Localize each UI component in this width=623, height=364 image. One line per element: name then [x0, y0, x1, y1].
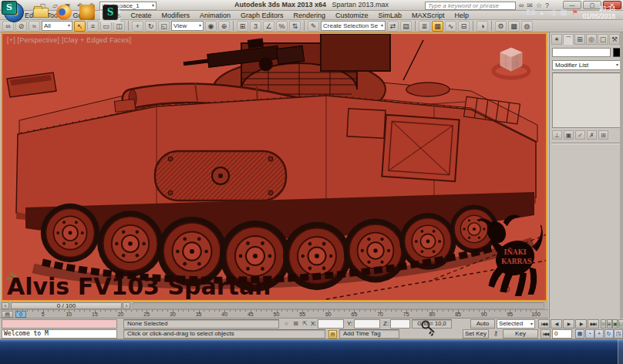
snap-toggle-3d-icon[interactable]: 3 — [250, 21, 261, 32]
zoom-all-icon[interactable]: ⊞ — [607, 319, 612, 329]
field-of-view-icon[interactable]: ◔ — [585, 329, 594, 339]
zoom-extents-icon[interactable]: ▣ — [612, 319, 618, 329]
keyboard-override-icon[interactable]: ⊞ — [237, 21, 248, 32]
tab-utilities[interactable]: ⚒ — [609, 34, 620, 45]
make-unique-button[interactable]: ✓ — [575, 130, 585, 140]
mirror-icon[interactable]: ⇄ — [387, 21, 399, 32]
taskbar-explorer-button[interactable] — [31, 2, 51, 22]
y-coordinate-field[interactable] — [354, 319, 380, 329]
taskbar-3dsmax-button[interactable]: S — [100, 2, 120, 22]
schematic-view-icon[interactable]: ⊟ — [458, 21, 470, 32]
maxscript-listener-line[interactable]: Welcome to M — [2, 329, 117, 339]
go-to-end-button[interactable]: ▶▶| — [588, 319, 599, 329]
edit-named-selections-icon[interactable]: ✎ — [308, 21, 319, 32]
tab-hierarchy[interactable]: ⊞ — [574, 34, 585, 45]
tab-motion[interactable]: ◎ — [586, 34, 597, 45]
render-setup-icon[interactable]: ⚙ — [495, 21, 507, 32]
select-and-scale-icon[interactable]: ◱ — [158, 21, 170, 32]
panel-scrollbar[interactable] — [620, 32, 623, 318]
previous-frame-button[interactable]: ◀| — [551, 319, 562, 329]
orbit-icon[interactable]: ↻ — [604, 329, 614, 339]
action-center-icon[interactable]: ⚑ — [571, 8, 578, 16]
search-input[interactable] — [425, 2, 516, 10]
zoom-region-icon[interactable]: ▦ — [575, 329, 584, 339]
modifier-stack[interactable] — [552, 72, 621, 128]
x-coordinate-field[interactable] — [318, 319, 344, 329]
tank-model[interactable]: Alvis FV103 Spartan IÑAKI KARRAS © — [2, 34, 547, 301]
taskbar-clock[interactable]: 13:3401/05/2018 — [582, 5, 615, 20]
graphite-ribbon-icon[interactable]: ▦ — [432, 21, 443, 32]
view-cube[interactable] — [490, 40, 532, 82]
time-slider-track[interactable] — [133, 302, 544, 309]
hidden-icons-button[interactable]: ▴ — [540, 8, 544, 16]
use-pivot-center-icon[interactable]: ◉ — [205, 21, 217, 32]
named-selection-dropdown[interactable]: Create Selection Se▾ — [321, 21, 386, 31]
selection-lock-icon[interactable]: ⊠ — [291, 319, 300, 329]
add-time-tag[interactable]: Add Time Tag — [339, 329, 399, 339]
maximize-viewport-toggle-icon[interactable]: ◳ — [614, 329, 623, 339]
layer-manager-icon[interactable]: ≣ — [419, 21, 430, 32]
menu-modifiers[interactable]: Modifiers — [157, 11, 194, 20]
application-menu-button[interactable]: S — [2, 1, 17, 15]
track-bar[interactable]: ▤ 0 510152025303540455055606570758085909… — [0, 310, 548, 318]
tab-create[interactable]: ✶ — [551, 34, 562, 45]
isolate-selection-icon[interactable]: ○ — [282, 319, 291, 329]
next-frame-button[interactable]: |▶ — [575, 319, 587, 329]
select-and-move-icon[interactable]: + — [132, 21, 143, 32]
next-frame-arrow[interactable]: › — [123, 302, 130, 309]
previous-frame-arrow[interactable]: ‹ — [2, 302, 9, 309]
maxscript-mini-listener[interactable] — [2, 319, 117, 329]
show-desktop-button[interactable] — [618, 339, 623, 364]
menu-rendering[interactable]: Rendering — [289, 11, 331, 20]
mini-curve-editor-button[interactable]: ▤ — [2, 311, 13, 318]
volume-icon[interactable]: ◁) — [548, 8, 556, 16]
set-key-button[interactable]: Set Key — [463, 329, 489, 339]
taskbar-app-button[interactable] — [77, 2, 97, 22]
object-name-field[interactable] — [552, 48, 611, 57]
time-slider-handle[interactable]: 0 / 100 — [11, 302, 122, 309]
taskbar-firefox-button[interactable] — [54, 2, 74, 22]
tab-display[interactable]: ▢ — [598, 34, 608, 45]
language-indicator[interactable]: ES — [526, 8, 535, 16]
network-icon[interactable]: ▤ — [561, 8, 567, 16]
go-to-start-button[interactable]: |◀◀ — [538, 319, 550, 329]
select-and-rotate-icon[interactable]: ↻ — [145, 21, 157, 32]
frame-number-field[interactable]: 0 — [552, 329, 572, 339]
zoom-icon[interactable]: ⊙ — [601, 319, 606, 329]
set-key-mode-icon[interactable] — [420, 319, 436, 338]
menu-help[interactable]: Help — [450, 11, 474, 20]
key-selection-dropdown[interactable]: Selected▾ — [497, 319, 535, 329]
remove-modifier-button[interactable]: ✗ — [587, 130, 597, 140]
curve-editor-icon[interactable]: ∿ — [445, 21, 456, 32]
modifier-list-dropdown[interactable]: Modifier List▾ — [552, 60, 621, 70]
pin-stack-button[interactable]: ⊥ — [552, 130, 562, 140]
angle-snap-icon[interactable]: ∠ — [263, 21, 274, 32]
key-filter-icon[interactable]: ⚷ — [491, 329, 500, 339]
search-knowledge-icon[interactable]: ∞ — [519, 2, 524, 9]
percent-snap-icon[interactable]: % — [276, 21, 288, 32]
reference-coordinate-dropdown[interactable]: View▾ — [171, 21, 204, 31]
absolute-mode-icon[interactable]: ⇱ — [301, 319, 309, 329]
menu-create[interactable]: Create — [126, 11, 156, 20]
menu-maxscript[interactable]: MAXScript — [407, 11, 450, 20]
menu-animation[interactable]: Animation — [195, 11, 235, 20]
tab-modify[interactable]: ⌒ — [563, 34, 574, 45]
viewport-label[interactable]: [+] [Perspective] [Clay + Edged Faces] — [7, 36, 131, 44]
go-to-start-button[interactable]: |◀◀ — [540, 329, 551, 339]
z-coordinate-field[interactable] — [390, 319, 410, 329]
spinner-snap-icon[interactable]: ⇅ — [289, 21, 301, 32]
zoom-extents-all-icon[interactable]: ◱ — [618, 319, 623, 329]
auto-key-button[interactable]: Auto Key — [470, 319, 495, 329]
menu-customize[interactable]: Customize — [331, 11, 373, 20]
menu-simlab[interactable]: SimLab — [374, 11, 407, 20]
rendered-frame-icon[interactable]: ▩ — [508, 21, 520, 32]
key-filters-button[interactable]: Key Filters... — [503, 329, 538, 339]
show-end-result-button[interactable]: ▣ — [564, 130, 574, 140]
unlink-selection-icon[interactable]: ⊘ — [15, 21, 27, 32]
select-and-manipulate-icon[interactable]: ⊕ — [218, 21, 230, 32]
menu-graph-editors[interactable]: Graph Editors — [236, 11, 288, 20]
play-button[interactable]: ▶ — [563, 319, 574, 329]
configure-modifier-sets-button[interactable]: ⊞ — [598, 130, 608, 140]
align-icon[interactable]: ▤ — [400, 21, 412, 32]
material-editor-icon[interactable]: ◑ — [477, 21, 488, 32]
